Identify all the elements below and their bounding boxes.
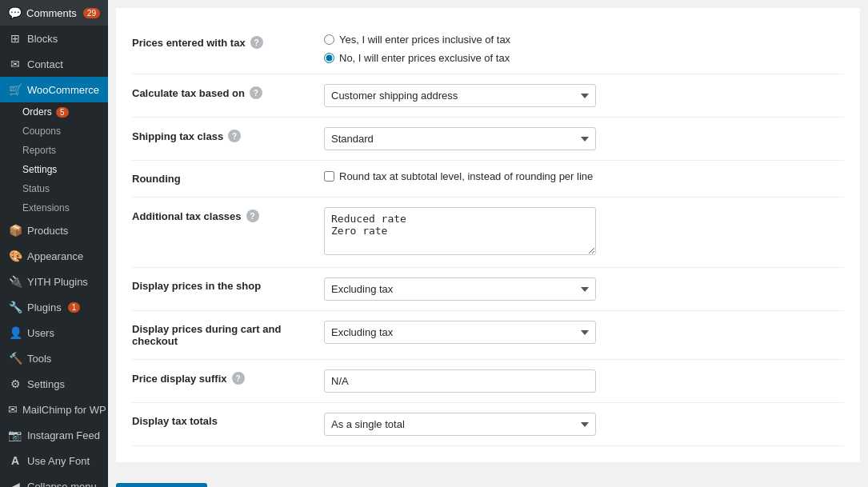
sidebar-item-appearance[interactable]: 🎨 Appearance [0, 243, 108, 269]
sidebar-item-blocks[interactable]: ⊞ Blocks [0, 26, 108, 51]
display-prices-cart-select[interactable]: Excluding tax Including tax [324, 321, 596, 344]
anyfont-icon: A [8, 454, 22, 467]
display-tax-totals-row: Display tax totals As a single total Ite… [132, 403, 844, 446]
additional-tax-classes-help-icon[interactable]: ? [246, 210, 259, 222]
calculate-tax-label: Calculate tax based on [132, 87, 245, 99]
shipping-tax-class-label: Shipping tax class [132, 130, 223, 142]
radio-inclusive-label: Yes, I will enter prices inclusive of ta… [339, 34, 510, 46]
rounding-row: Rounding Round tax at subtotal level, in… [132, 161, 844, 198]
radio-inclusive-input[interactable] [324, 34, 334, 45]
sidebar: 💬 Comments 29 ⊞ Blocks ✉ Contact 🛒 WooCo… [0, 0, 108, 487]
radio-exclusive-label: No, I will enter prices exclusive of tax [339, 52, 510, 64]
sidebar-sub-coupons[interactable]: Coupons [0, 122, 108, 141]
additional-tax-classes-textarea[interactable]: Reduced rate Zero rate [324, 207, 596, 255]
calculate-tax-row: Calculate tax based on ? Customer shippi… [132, 74, 844, 118]
radio-inclusive[interactable]: Yes, I will enter prices inclusive of ta… [324, 34, 844, 46]
shipping-tax-class-select[interactable]: Standard Reduced rate Zero rate [324, 127, 596, 150]
display-prices-shop-row: Display prices in the shop Excluding tax… [132, 268, 844, 311]
rounding-checkbox-label[interactable]: Round tax at subtotal level, instead of … [324, 170, 844, 182]
sidebar-sub-extensions[interactable]: Extensions [0, 198, 108, 218]
rounding-checkbox-text: Round tax at subtotal level, instead of … [339, 170, 593, 182]
plugins-badge: 1 [68, 302, 81, 313]
prices-entered-help-icon[interactable]: ? [250, 36, 263, 49]
sidebar-item-settings[interactable]: ⚙ Settings [0, 371, 108, 397]
main-content: Prices entered with tax ? Yes, I will en… [108, 0, 868, 487]
sidebar-sub-settings[interactable]: Settings [0, 160, 108, 179]
display-tax-totals-label: Display tax totals [132, 415, 218, 427]
plugins-icon: 🔧 [8, 301, 22, 313]
display-tax-totals-select[interactable]: As a single total Itemized [324, 413, 596, 436]
sidebar-item-yith[interactable]: 🔌 YITH Plugins [0, 269, 108, 294]
sidebar-item-woocommerce[interactable]: 🛒 WooCommerce [0, 77, 108, 102]
sidebar-item-products[interactable]: 📦 Products [0, 218, 108, 243]
sidebar-item-plugins[interactable]: 🔧 Plugins 1 [0, 294, 108, 320]
blocks-icon: ⊞ [8, 32, 22, 45]
settings-icon: ⚙ [8, 377, 22, 390]
display-prices-shop-label: Display prices in the shop [132, 280, 261, 292]
display-prices-cart-row: Display prices during cart and checkout … [132, 311, 844, 360]
sidebar-item-instagram[interactable]: 📷 Instagram Feed [0, 422, 108, 448]
comments-badge: 29 [83, 8, 100, 18]
users-icon: 👤 [8, 326, 22, 339]
prices-radio-group: Yes, I will enter prices inclusive of ta… [324, 34, 844, 64]
display-prices-cart-label: Display prices during cart and checkout [132, 323, 281, 347]
yith-icon: 🔌 [8, 275, 22, 288]
orders-badge: 5 [56, 107, 69, 118]
tax-settings-table: Prices entered with tax ? Yes, I will en… [132, 24, 844, 446]
sidebar-sub-reports[interactable]: Reports [0, 141, 108, 160]
appearance-icon: 🎨 [8, 249, 22, 262]
sidebar-item-users[interactable]: 👤 Users [0, 320, 108, 345]
rounding-checkbox[interactable] [324, 171, 334, 182]
prices-entered-label: Prices entered with tax [132, 37, 246, 49]
sidebar-item-anyfont[interactable]: A Use Any Font [0, 448, 108, 473]
rounding-label: Rounding [132, 173, 181, 185]
sidebar-item-comments[interactable]: 💬 Comments 29 [0, 0, 108, 26]
additional-tax-classes-row: Additional tax classes ? Reduced rate Ze… [132, 198, 844, 268]
footer-row: Save changes [108, 470, 868, 487]
collapse-icon: ◀ [8, 480, 22, 487]
sidebar-item-collapse[interactable]: ◀ Collapse menu [0, 473, 108, 487]
calculate-tax-help-icon[interactable]: ? [250, 86, 262, 99]
display-prices-shop-select[interactable]: Excluding tax Including tax [324, 277, 596, 301]
mailchimp-icon: ✉ [8, 403, 18, 416]
price-display-suffix-label: Price display suffix [132, 373, 227, 385]
price-display-suffix-input[interactable] [324, 369, 596, 393]
price-display-suffix-row: Price display suffix ? [132, 360, 844, 403]
additional-tax-classes-label: Additional tax classes [132, 210, 242, 222]
sidebar-item-contact[interactable]: ✉ Contact [0, 51, 108, 77]
shipping-tax-class-help-icon[interactable]: ? [228, 130, 241, 142]
sidebar-item-tools[interactable]: 🔨 Tools [0, 345, 108, 371]
sidebar-item-mailchimp[interactable]: ✉ MailChimp for WP [0, 397, 108, 422]
calculate-tax-select[interactable]: Customer shipping address Customer billi… [324, 84, 596, 107]
comments-icon: 💬 [8, 6, 22, 19]
sidebar-sub-status[interactable]: Status [0, 179, 108, 198]
woocommerce-icon: 🛒 [8, 83, 22, 96]
shipping-tax-class-row: Shipping tax class ? Standard Reduced ra… [132, 118, 844, 161]
settings-form: Prices entered with tax ? Yes, I will en… [116, 8, 860, 462]
radio-exclusive-input[interactable] [324, 53, 334, 63]
tools-icon: 🔨 [8, 352, 22, 365]
products-icon: 📦 [8, 224, 22, 237]
contact-icon: ✉ [8, 58, 22, 70]
price-display-suffix-help-icon[interactable]: ? [232, 372, 245, 385]
save-changes-button[interactable]: Save changes [116, 483, 207, 487]
prices-entered-row: Prices entered with tax ? Yes, I will en… [132, 24, 844, 74]
instagram-icon: 📷 [8, 429, 22, 441]
sidebar-sub-orders[interactable]: Orders 5 [0, 102, 108, 122]
radio-exclusive[interactable]: No, I will enter prices exclusive of tax [324, 52, 844, 64]
